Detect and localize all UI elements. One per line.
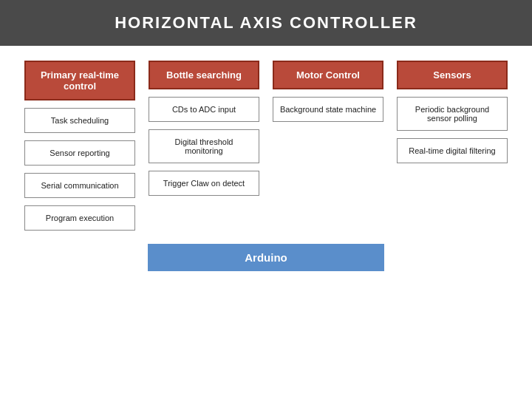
column-sensors: SensorsPeriodic background sensor pollin… bbox=[397, 61, 508, 163]
col-item-sensors-1: Real-time digital filtering bbox=[397, 138, 508, 163]
col-item-primary-3: Program execution bbox=[24, 205, 135, 231]
arduino-box: Arduino bbox=[148, 244, 384, 271]
column-bottle: Bottle searchingCDs to ADC inputDigital … bbox=[149, 61, 259, 196]
header-title: HORIZONTAL AXIS CONTROLLER bbox=[115, 13, 417, 32]
col-header-sensors: Sensors bbox=[397, 61, 508, 89]
arduino-label: Arduino bbox=[245, 251, 287, 264]
col-item-primary-1: Sensor reporting bbox=[24, 140, 135, 166]
main-content: Primary real-time controlTask scheduling… bbox=[0, 46, 532, 282]
header: HORIZONTAL AXIS CONTROLLER bbox=[0, 0, 532, 46]
col-item-bottle-0: CDs to ADC input bbox=[149, 97, 259, 122]
col-item-sensors-0: Periodic background sensor polling bbox=[397, 97, 508, 131]
col-header-primary: Primary real-time control bbox=[24, 61, 135, 100]
col-item-primary-0: Task scheduling bbox=[24, 108, 135, 133]
bottom-row: Arduino bbox=[22, 236, 510, 271]
col-item-primary-2: Serial communication bbox=[24, 173, 135, 198]
col-item-bottle-1: Digital threshold monitoring bbox=[149, 129, 259, 163]
col-header-motor: Motor Control bbox=[273, 61, 383, 89]
col-header-bottle: Bottle searching bbox=[149, 61, 259, 89]
column-primary: Primary real-time controlTask scheduling… bbox=[24, 61, 135, 231]
col-item-motor-0: Background state machine bbox=[273, 97, 383, 122]
columns-row: Primary real-time controlTask scheduling… bbox=[22, 61, 510, 231]
column-motor: Motor ControlBackground state machine bbox=[273, 61, 383, 122]
col-item-bottle-2: Trigger Claw on detect bbox=[149, 171, 259, 196]
